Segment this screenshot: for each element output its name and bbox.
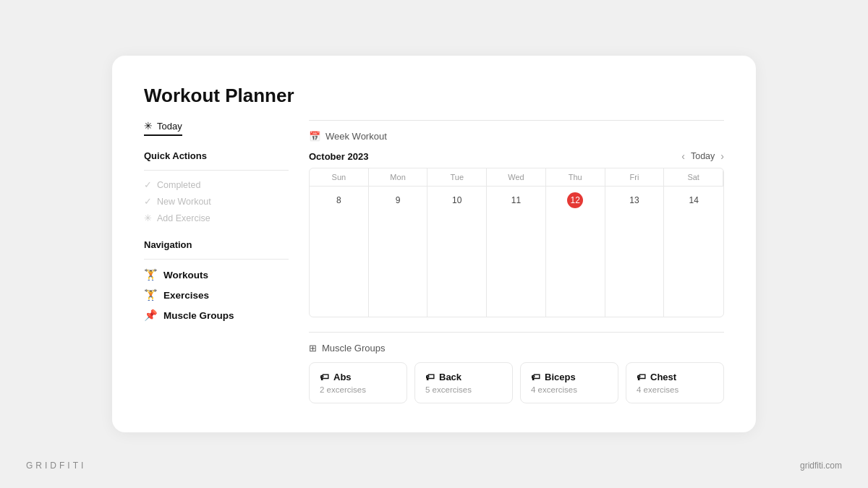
calendar-next-arrow[interactable]: › xyxy=(720,150,724,162)
back-icon: 🏷 xyxy=(425,372,435,382)
muscle-card-back-count: 5 excercises xyxy=(425,385,502,394)
day-number-12: 12 xyxy=(567,192,583,208)
calendar-prev-arrow[interactable]: ‹ xyxy=(681,150,685,162)
cal-header-thu: Thu xyxy=(546,168,605,187)
muscle-card-biceps[interactable]: 🏷 Biceps 4 excercises xyxy=(520,362,618,403)
cal-day-8[interactable]: 8 xyxy=(310,187,369,317)
muscle-card-back[interactable]: 🏷 Back 5 excercises xyxy=(414,362,513,403)
divider-qa xyxy=(144,170,289,171)
today-star-icon: ✳ xyxy=(144,120,153,132)
new-workout-icon: ✓ xyxy=(144,196,152,207)
workouts-icon: 🏋 xyxy=(144,268,158,281)
muscle-card-abs[interactable]: 🏷 Abs 2 excercises xyxy=(309,362,407,403)
muscle-groups-header: ⊞ Muscle Groups xyxy=(309,343,724,354)
muscle-groups-label: Muscle Groups xyxy=(322,343,385,354)
today-tab[interactable]: ✳ Today xyxy=(144,120,182,136)
completed-icon: ✓ xyxy=(144,179,152,190)
nav-muscle-groups-label: Muscle Groups xyxy=(163,310,234,321)
chest-icon: 🏷 xyxy=(637,372,646,382)
muscle-card-chest[interactable]: 🏷 Chest 4 exercises xyxy=(626,362,724,403)
branding-right: gridfiti.com xyxy=(800,461,842,471)
navigation-section: Navigation 🏋 Workouts 🏋 Exercises 📌 Musc… xyxy=(144,239,289,322)
abs-icon: 🏷 xyxy=(320,372,329,382)
cal-day-11[interactable]: 11 xyxy=(487,187,546,317)
divider-nav xyxy=(144,259,289,260)
muscle-card-abs-name: 🏷 Abs xyxy=(320,372,396,382)
muscle-cards-grid: 🏷 Abs 2 excercises 🏷 Back 5 excercises xyxy=(309,362,724,403)
quick-actions-section: Quick Actions ✓ Completed ✓ New Workout … xyxy=(144,150,289,223)
biceps-icon: 🏷 xyxy=(531,372,540,382)
week-workout-label: Week Workout xyxy=(326,131,387,142)
quick-action-new-workout-label: New Workout xyxy=(157,197,211,207)
week-workout-section: 📅 Week Workout October 2023 ‹ Today › Su… xyxy=(309,120,724,317)
cal-day-14[interactable]: 14 xyxy=(664,187,723,317)
muscle-groups-icon: 📌 xyxy=(144,309,158,322)
nav-item-workouts[interactable]: 🏋 Workouts xyxy=(144,268,289,281)
exercises-icon: 🏋 xyxy=(144,288,158,301)
sidebar: ✳ Today Quick Actions ✓ Completed ✓ New … xyxy=(144,120,289,403)
calendar-month: October 2023 xyxy=(309,151,368,162)
calendar-header: October 2023 ‹ Today › xyxy=(309,150,724,162)
day-number-14: 14 xyxy=(686,192,702,208)
cal-header-fri: Fri xyxy=(605,168,665,187)
nav-item-exercises[interactable]: 🏋 Exercises xyxy=(144,288,289,301)
main-layout: ✳ Today Quick Actions ✓ Completed ✓ New … xyxy=(144,120,724,403)
cal-header-sun: Sun xyxy=(310,168,369,187)
muscle-card-chest-count: 4 exercises xyxy=(637,385,713,394)
content-area: 📅 Week Workout October 2023 ‹ Today › Su… xyxy=(309,120,724,403)
cal-header-mon: Mon xyxy=(369,168,428,187)
calendar-nav: ‹ Today › xyxy=(681,150,724,162)
quick-action-new-workout[interactable]: ✓ New Workout xyxy=(144,196,289,207)
muscle-groups-header-icon: ⊞ xyxy=(309,343,317,354)
cal-day-9[interactable]: 9 xyxy=(369,187,428,317)
muscle-card-biceps-name: 🏷 Biceps xyxy=(531,372,608,382)
cal-header-sat: Sat xyxy=(664,168,723,187)
week-workout-header: 📅 Week Workout xyxy=(309,131,724,142)
quick-action-completed[interactable]: ✓ Completed xyxy=(144,179,289,190)
calendar-grid: Sun Mon Tue Wed Thu Fri Sat 8 9 10 11 12… xyxy=(309,168,724,317)
day-number-13: 13 xyxy=(626,192,642,208)
muscle-card-biceps-count: 4 excercises xyxy=(531,385,608,394)
navigation-title: Navigation xyxy=(144,239,289,250)
cal-header-tue: Tue xyxy=(427,168,487,187)
cal-day-13[interactable]: 13 xyxy=(605,187,665,317)
calendar-icon: 📅 xyxy=(309,131,320,142)
day-number-11: 11 xyxy=(508,192,524,208)
muscle-card-back-name: 🏷 Back xyxy=(425,372,502,382)
muscle-card-abs-count: 2 excercises xyxy=(320,385,396,394)
nav-exercises-label: Exercises xyxy=(163,290,209,301)
quick-action-add-exercise-label: Add Exercise xyxy=(157,213,210,223)
muscle-groups-section: ⊞ Muscle Groups 🏷 Abs 2 excercises 🏷 xyxy=(309,332,724,403)
branding-left: GRIDFITI xyxy=(26,461,86,471)
calendar-today-btn[interactable]: Today xyxy=(691,151,715,161)
main-card: Workout Planner ✳ Today Quick Actions ✓ … xyxy=(112,56,756,432)
nav-workouts-label: Workouts xyxy=(163,270,208,281)
page-title: Workout Planner xyxy=(144,85,724,107)
quick-action-add-exercise[interactable]: ✳ Add Exercise xyxy=(144,213,289,223)
muscle-card-chest-name: 🏷 Chest xyxy=(637,372,713,382)
cal-header-wed: Wed xyxy=(487,168,546,187)
nav-item-muscle-groups[interactable]: 📌 Muscle Groups xyxy=(144,309,289,322)
day-number-8: 8 xyxy=(331,192,346,208)
cal-day-10[interactable]: 10 xyxy=(427,187,487,317)
today-tab-label: Today xyxy=(157,121,182,132)
day-number-9: 9 xyxy=(390,192,406,208)
cal-day-12[interactable]: 12 xyxy=(546,187,605,317)
quick-actions-title: Quick Actions xyxy=(144,150,289,161)
day-number-10: 10 xyxy=(449,192,465,208)
add-exercise-icon: ✳ xyxy=(144,213,152,223)
quick-action-completed-label: Completed xyxy=(157,180,200,190)
